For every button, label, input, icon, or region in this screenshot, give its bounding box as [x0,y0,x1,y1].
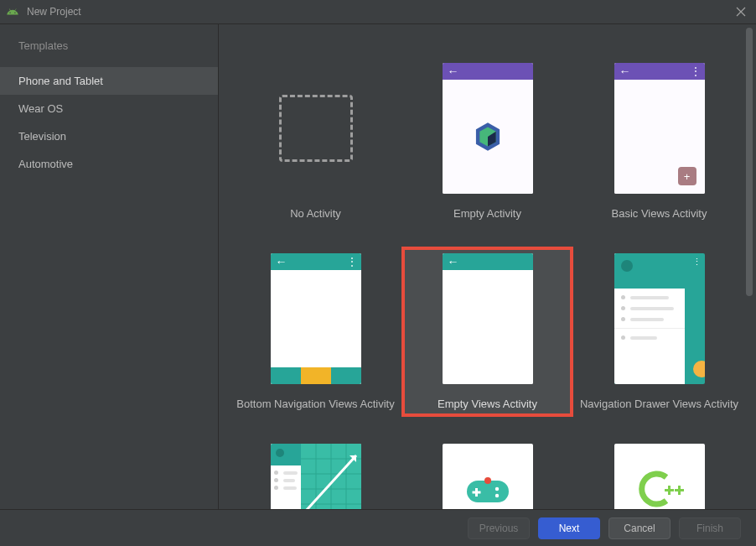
footer: Previous Next Cancel Finish [0,510,756,546]
template-label: Bottom Navigation Views Activity [236,398,394,410]
template-thumbnail [271,444,361,509]
sidebar-header: Templates [0,39,218,67]
svg-point-15 [495,494,498,497]
sidebar-item-automotive[interactable]: Automotive [0,150,218,178]
dashed-placeholder-icon [279,95,353,162]
template-thumbnail [443,444,533,509]
fab-icon: + [678,167,696,185]
gamepad-icon [467,477,509,506]
template-navigation-drawer-views-activity[interactable]: ⋮ Naviga [573,247,745,417]
sidebar: Templates Phone and Tablet Wear OS Telev… [0,24,218,509]
finish-button: Finish [679,517,741,539]
template-label: Empty Activity [453,207,521,220]
cpp-icon [634,469,685,509]
template-thumbnail: ←⋮ [271,253,361,384]
dialog-body: Templates Phone and Tablet Wear OS Telev… [0,23,756,510]
template-label: Basic Views Activity [612,207,707,220]
svg-point-14 [495,487,498,491]
template-no-activity[interactable]: No Activity [230,56,401,226]
fab-icon [693,361,705,377]
menu-dots-icon: ⋮ [692,257,702,268]
back-arrow-icon: ← [619,65,631,77]
template-label: No Activity [290,207,341,220]
menu-dots-icon: ⋮ [347,256,356,268]
template-label: Navigation Drawer Views Activity [580,398,738,410]
template-thumbnail: ← [443,253,533,384]
template-label: Empty Views Activity [438,398,537,410]
window-title: New Project [27,6,81,18]
sidebar-item-phone-tablet[interactable]: Phone and Tablet [0,67,218,95]
template-basic-views-activity[interactable]: ←⋮ + Basic Views Activity [573,56,745,226]
template-row3-2[interactable] [401,437,573,509]
scrollbar[interactable] [746,24,754,435]
template-grid-pane: No Activity ← Empty Activity [218,24,756,509]
template-thumbnail: ←⋮ + [614,63,705,194]
template-thumbnail: ← [443,63,533,194]
svg-rect-20 [675,489,684,491]
menu-dots-icon: ⋮ [691,65,700,77]
android-studio-icon [7,6,18,18]
template-thumbnail [614,444,705,509]
svg-rect-13 [472,491,480,494]
back-arrow-icon: ← [448,65,459,77]
back-arrow-icon: ← [448,256,459,268]
template-row3-1[interactable] [230,437,401,509]
template-bottom-navigation-views-activity[interactable]: ←⋮ Bottom Navigation Views Activity [230,247,401,417]
template-empty-views-activity[interactable]: ← Empty Views Activity [401,247,573,417]
compose-logo-icon [469,118,506,155]
grid-chart-icon [301,444,361,509]
svg-point-16 [484,477,491,484]
scrollbar-thumb[interactable] [746,28,753,296]
close-icon[interactable] [733,3,749,20]
template-row3-3[interactable] [573,437,745,509]
template-empty-activity[interactable]: ← Empty Activity [401,56,573,226]
svg-rect-18 [665,489,674,491]
back-arrow-icon: ← [276,256,287,268]
sidebar-item-television[interactable]: Television [0,122,218,150]
sidebar-item-wear-os[interactable]: Wear OS [0,95,218,122]
previous-button: Previous [468,517,530,539]
titlebar: New Project [0,0,756,23]
template-thumbnail: ⋮ [614,253,705,384]
cancel-button[interactable]: Cancel [608,517,671,539]
avatar-icon [621,260,633,272]
next-button[interactable]: Next [538,517,600,539]
